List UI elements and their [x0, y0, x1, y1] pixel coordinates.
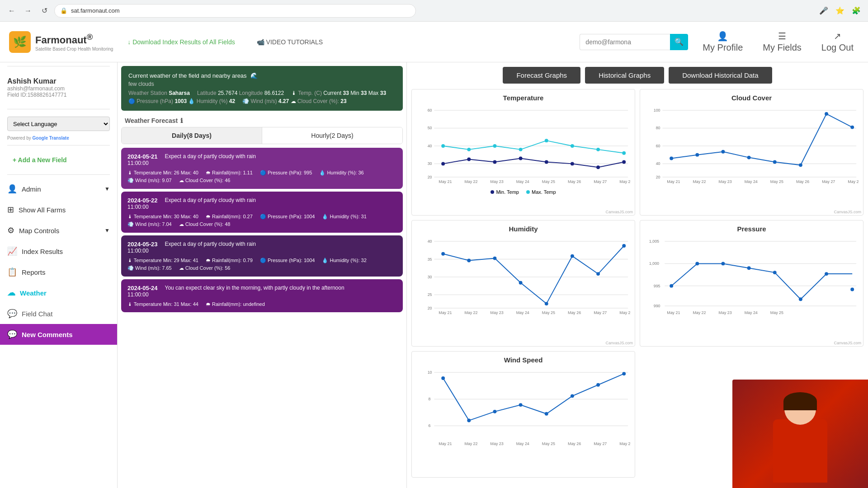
weather-label: Weather — [20, 289, 47, 297]
app-header: 🌿 Farmonaut® Satellite Based Crop Health… — [0, 22, 868, 62]
my-fields-button[interactable]: ☰ My Fields — [757, 29, 807, 55]
svg-text:40: 40 — [656, 161, 660, 166]
svg-text:May 23: May 23 — [491, 310, 504, 315]
sidebar-item-field-chat[interactable]: 💬 Field Chat — [0, 303, 117, 324]
user-email: ashish@farmonaut.com — [7, 85, 110, 92]
daily-tab[interactable]: Daily(8 Days) — [122, 127, 262, 144]
refresh-button[interactable]: ↺ — [38, 5, 51, 17]
historical-graphs-button[interactable]: Historical Graphs — [585, 67, 664, 84]
search-input[interactable] — [580, 34, 670, 50]
svg-text:May 28: May 28 — [619, 310, 630, 315]
svg-text:May 24: May 24 — [745, 310, 758, 315]
browser-icons-area: 🎤 ⭐ 🧩 — [817, 5, 863, 17]
svg-text:6: 6 — [429, 423, 431, 428]
map-controls-label: Map Controls — [19, 227, 59, 235]
extensions-icon[interactable]: 🧩 — [850, 5, 863, 17]
svg-text:May 21: May 21 — [439, 441, 452, 446]
index-results-label: Index Results — [22, 248, 63, 255]
video-tutorials-button[interactable]: 📹 VIDEO TUTORIALS — [250, 35, 330, 49]
min-temp-label: Min. Temp — [496, 189, 519, 195]
min-temp-legend: Min. Temp — [491, 189, 519, 195]
svg-point-14 — [545, 139, 548, 142]
logout-button[interactable]: ↗ Log Out — [816, 29, 859, 55]
profile-icon: 👤 — [717, 31, 728, 42]
forecast-tabs: Daily(8 Days) Hourly(2 Days) — [121, 127, 403, 144]
svg-text:1,005: 1,005 — [649, 239, 659, 244]
svg-point-17 — [622, 151, 626, 155]
svg-text:1,000: 1,000 — [649, 261, 659, 266]
svg-point-51 — [850, 126, 854, 129]
svg-text:May 27: May 27 — [594, 441, 607, 446]
sidebar-item-index-results[interactable]: 📈 Index Results — [0, 241, 117, 262]
video-person — [732, 380, 868, 488]
svg-text:995: 995 — [654, 284, 660, 288]
humidity-chart: Humidity 40 35 30 25 20 — [411, 220, 635, 347]
temperature-canvasjs-label: CanvasJS.com — [605, 210, 633, 214]
max-temp-legend: Max. Temp — [526, 189, 556, 195]
svg-text:May 26: May 26 — [568, 179, 581, 184]
address-bar[interactable]: 🔒 sat.farmonaut.com — [54, 4, 416, 18]
pressure-chart: Pressure 1,005 1,000 995 990 — [640, 220, 863, 347]
lang-select-area: Select Language — [0, 113, 117, 135]
pressure-title: Pressure — [645, 225, 859, 233]
forecast-date-3: 2024-05-24 11:00:00 — [127, 285, 158, 298]
powered-by: Powered by Google Translate — [0, 135, 117, 141]
search-area: 🔍 — [580, 34, 688, 50]
svg-point-99 — [799, 297, 802, 301]
forecast-details-1: 🌡 Temperature Min: 30 Max: 40 🌧 Rainfall… — [127, 214, 396, 227]
forecast-graphs-button[interactable]: Forecast Graphs — [503, 67, 580, 84]
pressure-canvasjs-label: CanvasJS.com — [834, 341, 861, 345]
svg-point-10 — [441, 144, 445, 148]
forecast-date-0: 2024-05-21 11:00:00 — [127, 153, 158, 166]
svg-text:May 26: May 26 — [796, 179, 809, 184]
sidebar-item-new-comments[interactable]: 💬 New Comments — [0, 324, 117, 345]
svg-text:35: 35 — [428, 257, 432, 262]
forward-button[interactable]: → — [22, 5, 34, 17]
weather-info-title: Current weather of the field and nearby … — [128, 72, 247, 79]
hourly-tab[interactable]: Hourly(2 Days) — [262, 127, 402, 144]
sidebar-item-reports[interactable]: 📋 Reports — [0, 262, 117, 282]
svg-text:May 26: May 26 — [568, 310, 581, 315]
svg-point-47 — [747, 156, 751, 160]
logout-label: Log Out — [821, 42, 854, 53]
sidebar-item-weather[interactable]: ☁ Weather — [0, 282, 117, 303]
mic-icon[interactable]: 🎤 — [817, 5, 830, 17]
wind-speed-chart: Wind Speed 10 8 6 — [411, 351, 635, 478]
my-profile-button[interactable]: 👤 My Profile — [697, 29, 748, 55]
svg-point-70 — [441, 252, 445, 256]
weather-icon: ☁ — [7, 288, 15, 298]
svg-point-21 — [519, 157, 523, 160]
svg-point-118 — [571, 394, 574, 398]
svg-point-49 — [799, 163, 802, 167]
svg-point-114 — [467, 419, 471, 422]
cloud-cover-title: Cloud Cover — [645, 94, 859, 102]
language-select[interactable]: Select Language — [7, 117, 110, 131]
forecast-header-0: 2024-05-21 11:00:00 Expect a day of part… — [127, 153, 396, 166]
cloud-cover-chart: Cloud Cover 100 80 60 40 20 — [640, 89, 863, 216]
svg-point-100 — [825, 272, 828, 276]
forecast-details-2: 🌡 Temperature Min: 29 Max: 41 🌧 Rainfall… — [127, 258, 396, 271]
forecast-date-1: 2024-05-22 11:00:00 — [127, 197, 158, 210]
sidebar-item-show-all-farms[interactable]: ⊞ Show All Farms — [0, 199, 117, 220]
svg-text:May 25: May 25 — [542, 179, 555, 184]
search-button[interactable]: 🔍 — [670, 34, 688, 50]
svg-point-11 — [467, 148, 471, 151]
svg-point-101 — [850, 288, 854, 291]
forecast-card-1: 2024-05-22 11:00:00 Expect a day of part… — [121, 192, 403, 233]
weather-info-icon: 🌊 — [250, 72, 258, 79]
bookmark-icon[interactable]: ⭐ — [834, 5, 846, 17]
back-button[interactable]: ← — [5, 5, 18, 17]
forecast-details-0: 🌡 Temperature Min: 26 Max: 40 🌧 Rainfall… — [127, 170, 396, 183]
svg-point-16 — [596, 148, 600, 151]
download-historical-button[interactable]: Download Historical Data — [669, 67, 772, 84]
person-torso — [773, 419, 827, 483]
sidebar-item-admin[interactable]: 👤 Admin ▼ — [0, 178, 117, 199]
new-comments-label: New Comments — [22, 331, 73, 338]
svg-text:May 23: May 23 — [491, 179, 504, 184]
download-index-button[interactable]: ↓ Download Index Results of All Fields — [122, 35, 240, 49]
sidebar-item-map-controls[interactable]: ⚙ Map Controls ▼ — [0, 220, 117, 241]
svg-point-76 — [596, 272, 600, 276]
admin-label: Admin — [22, 185, 41, 193]
svg-text:May 25: May 25 — [770, 310, 783, 315]
add-field-button[interactable]: + Add a New Field — [7, 153, 110, 167]
